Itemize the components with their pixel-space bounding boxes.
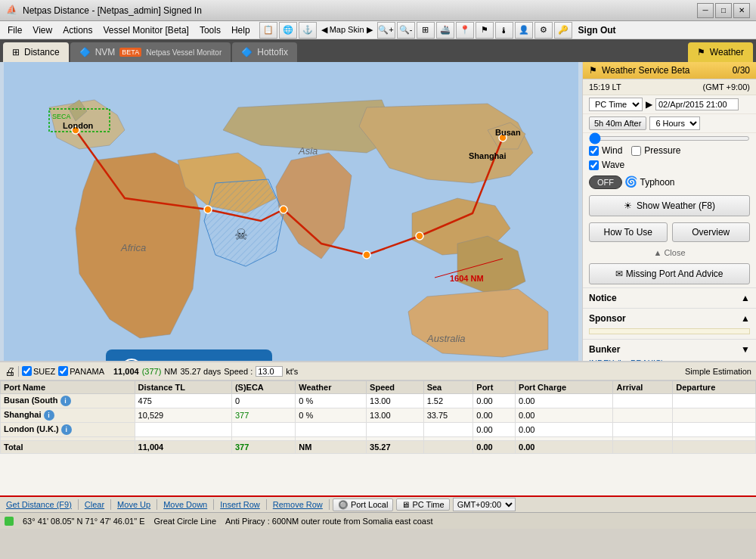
toolbar-btn-9[interactable]: 👤 <box>515 22 533 39</box>
tab-hottofix[interactable]: 🔷 Hottofix <box>232 42 297 62</box>
menu-help[interactable]: Help <box>227 23 255 37</box>
move-down-btn[interactable]: Move Down <box>160 500 210 509</box>
toolbar-zoom-out[interactable]: 🔍- <box>397 22 415 39</box>
nvm-beta-badge: BETA <box>119 48 141 57</box>
panel-pctime-row: PC Time ▶ <box>583 95 756 114</box>
map-container[interactable]: ☠ SECA 1604 NM London Busan Shanghai Asi… <box>0 62 582 361</box>
insert-row-btn[interactable]: Insert Row <box>217 500 263 509</box>
remove-row-btn[interactable]: Remove Row <box>270 500 326 509</box>
table-row[interactable]: Shanghai i 10,529 377 0 % 13.00 33.75 0.… <box>1 408 756 423</box>
window-controls[interactable]: ─ □ ✕ <box>697 3 750 18</box>
maximize-button[interactable]: □ <box>715 3 732 18</box>
missing-port-btn[interactable]: ✉ Missing Port And Advice <box>589 263 750 284</box>
toolbar-btn-7[interactable]: ⚑ <box>476 22 494 39</box>
show-weather-btn[interactable]: ☀ Show Weather (F8) <box>589 195 750 216</box>
printer-icon[interactable]: 🖨 <box>5 365 15 377</box>
pressure-checkbox[interactable] <box>631 146 641 156</box>
table-toolbar: 🖨 SUEZ PANAMA 11,004 (377) NM 35.27 days… <box>0 362 756 380</box>
sign-out-btn[interactable]: Sign Out <box>574 25 621 36</box>
wind-checkbox-label[interactable]: Wind <box>589 145 622 156</box>
bunker-header[interactable]: Bunker ▼ <box>589 342 750 357</box>
datetime-input[interactable] <box>655 98 739 110</box>
wind-checkbox[interactable] <box>589 146 599 156</box>
weather-panel-header: ⚑ Weather Service Beta 0/30 <box>583 62 756 79</box>
total-departure <box>673 441 756 454</box>
notice-header[interactable]: Notice ▲ <box>589 290 750 306</box>
map-skin-label[interactable]: ◀ Map Skin ▶ <box>318 25 376 35</box>
speed-input[interactable] <box>256 366 283 377</box>
time-slider[interactable] <box>589 136 750 141</box>
close-button[interactable]: ✕ <box>733 3 750 18</box>
suez-checkbox-label[interactable]: SUEZ <box>22 366 55 376</box>
sponsor-header[interactable]: Sponsor ▲ <box>589 311 750 326</box>
bottom-action-bar: Get Distance (F9) Clear Move Up Move Dow… <box>0 495 756 512</box>
toolbar-btn-3[interactable]: ⚓ <box>299 22 317 39</box>
after-btn[interactable]: 5h 40m After <box>589 116 646 130</box>
menu-tools[interactable]: Tools <box>195 23 225 37</box>
toolbar-btn-5[interactable]: 🚢 <box>436 22 454 39</box>
arrival-cell <box>613 394 673 408</box>
menu-view[interactable]: View <box>28 23 57 37</box>
panama-checkbox-label[interactable]: PANAMA <box>58 366 104 376</box>
toolbar-btn-10[interactable]: ⚙ <box>534 22 553 39</box>
menu-vessel-monitor[interactable]: Vessel Monitor [Beta] <box>99 23 194 37</box>
toolbar-btn-11[interactable]: 🔑 <box>554 22 572 39</box>
total-days: 35.27 <box>367 441 424 454</box>
info-icon[interactable]: i <box>61 424 72 435</box>
sun-icon: ☀ <box>624 200 632 211</box>
info-icon[interactable]: i <box>44 410 54 421</box>
info-icon[interactable]: i <box>60 396 71 406</box>
table-scroll[interactable]: Port Name Distance TL (S)ECA Weather Spe… <box>0 380 756 495</box>
speed-cell: 13.00 <box>367 408 424 423</box>
menu-file[interactable]: File <box>3 23 26 37</box>
toolbar-btn-2[interactable]: 🌐 <box>279 22 297 39</box>
typhoon-off-btn[interactable]: OFF <box>589 175 622 189</box>
weather-cell: 0 % <box>296 408 367 423</box>
wave-checkbox[interactable] <box>589 160 599 170</box>
svg-point-8 <box>363 251 370 259</box>
total-portcharge: 0.00 <box>516 441 613 454</box>
hours-select[interactable]: 6 Hours <box>649 116 700 130</box>
panel-wind-pressure: Wind Pressure <box>583 144 756 157</box>
move-up-btn[interactable]: Move Up <box>114 500 153 509</box>
sponsor-content <box>589 328 750 334</box>
pressure-checkbox-label[interactable]: Pressure <box>631 145 680 156</box>
how-to-use-btn[interactable]: How To Use <box>589 222 668 242</box>
port-local-btn[interactable]: 🔘 Port Local <box>333 498 394 511</box>
port-name-cell: London (U.K.) i <box>1 423 135 437</box>
total-label: Total <box>1 441 135 454</box>
time-type-select[interactable]: PC Time <box>589 98 643 111</box>
bottom-area: 🖨 SUEZ PANAMA 11,004 (377) NM 35.27 days… <box>0 361 756 512</box>
action-sep-3 <box>156 499 157 510</box>
weather-cell <box>296 423 367 437</box>
toolbar-zoom-in[interactable]: 🔍+ <box>377 22 395 39</box>
toolbar-btn-6[interactable]: 📍 <box>456 22 474 39</box>
sea-cell: 1.52 <box>423 394 473 408</box>
portcharge-cell: 0.00 <box>516 408 613 423</box>
wave-checkbox-label[interactable]: Wave <box>589 160 624 170</box>
col-seca: (S)ECA <box>231 381 295 394</box>
clear-btn[interactable]: Clear <box>82 500 107 509</box>
panama-checkbox[interactable] <box>58 366 68 376</box>
toolbar-btn-1[interactable]: 📋 <box>259 22 277 39</box>
sponsor-title: Sponsor <box>589 313 626 324</box>
suez-checkbox[interactable] <box>22 366 32 376</box>
overview-btn[interactable]: Overview <box>672 222 751 242</box>
toolbar-btn-8[interactable]: 🌡 <box>495 22 513 39</box>
table-row[interactable]: London (U.K.) i 0.00 0.00 <box>1 423 756 437</box>
table-row[interactable]: Busan (South i 475 0 0 % 13.00 1.52 0.00… <box>1 394 756 408</box>
menu-actions[interactable]: Actions <box>58 23 97 37</box>
panel-close-btn[interactable]: ▲ Close <box>583 245 756 260</box>
tab-nvm[interactable]: 🔷 NVM BETA Netpas Vessel Monitor <box>70 42 231 62</box>
get-distance-btn[interactable]: Get Distance (F9) <box>3 500 75 509</box>
minimize-button[interactable]: ─ <box>697 3 714 18</box>
svg-text:☠: ☠ <box>234 226 248 243</box>
tab-weather[interactable]: ⚑ Weather <box>688 42 753 62</box>
gmt-select[interactable]: GMT+09:00 <box>453 498 516 511</box>
distance-icon: ⊞ <box>12 47 20 57</box>
tab-distance[interactable]: ⊞ Distance <box>3 42 69 62</box>
total-seca: 377 <box>231 441 295 454</box>
toolbar-btn-4[interactable]: ⊞ <box>417 22 435 39</box>
pc-time-btn[interactable]: 🖥 PC Time <box>396 498 449 511</box>
sea-cell <box>423 423 473 437</box>
